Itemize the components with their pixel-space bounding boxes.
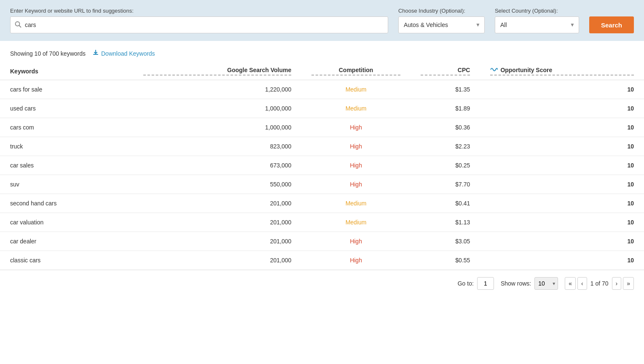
page-nav: « ‹ 1 of 70 › »	[565, 277, 634, 290]
cell-volume: 1,000,000	[133, 99, 301, 118]
cell-opportunity: 10	[480, 251, 644, 270]
search-bar: Enter Keyword or website URL to find sug…	[0, 0, 644, 41]
cell-keyword: car dealer	[0, 232, 133, 251]
table-row: second hand cars 201,000 Medium $0.41 10	[0, 194, 644, 213]
search-icon	[15, 21, 21, 29]
cell-cpc: $2.23	[411, 137, 480, 156]
table-row: truck 823,000 High $2.23 10	[0, 137, 644, 156]
cell-cpc: $0.25	[411, 156, 480, 175]
cell-volume: 1,000,000	[133, 118, 301, 137]
keywords-table: Keywords Google Search Volume Competitio…	[0, 62, 644, 270]
volume-dotted-line	[143, 75, 291, 75]
page-info: 1 of 70	[589, 280, 610, 287]
col-volume: Google Search Volume	[133, 62, 301, 80]
cell-opportunity: 10	[480, 175, 644, 194]
competition-dotted-line	[311, 75, 400, 75]
industry-select[interactable]: Autos & Vehicles All Industries Business…	[398, 16, 485, 33]
cell-competition: Medium	[301, 80, 411, 99]
cell-keyword: used cars	[0, 99, 133, 118]
prev-page-button[interactable]: ‹	[577, 277, 587, 290]
cell-keyword: car valuation	[0, 213, 133, 232]
rows-select-wrapper: 10 25 50 100 ▼	[534, 277, 558, 290]
cell-competition: Medium	[301, 213, 411, 232]
cell-competition: High	[301, 232, 411, 251]
cell-opportunity: 10	[480, 99, 644, 118]
first-page-button[interactable]: «	[565, 277, 576, 290]
industry-group: Choose Industry (Optional): Autos & Vehi…	[398, 8, 485, 33]
cell-cpc: $0.55	[411, 251, 480, 270]
col-keywords: Keywords	[0, 62, 133, 80]
cell-competition: High	[301, 137, 411, 156]
cell-competition: High	[301, 251, 411, 270]
cell-keyword: second hand cars	[0, 194, 133, 213]
table-row: car dealer 201,000 High $3.05 10	[0, 232, 644, 251]
cell-cpc: $1.35	[411, 80, 480, 99]
cell-volume: 550,000	[133, 175, 301, 194]
table-header-row: Keywords Google Search Volume Competitio…	[0, 62, 644, 80]
country-label: Select Country (Optional):	[495, 8, 579, 14]
wave-icon	[490, 67, 498, 73]
cell-cpc: $0.36	[411, 118, 480, 137]
cell-cpc: $7.70	[411, 175, 480, 194]
show-rows-label: Show rows:	[501, 280, 531, 287]
keyword-input[interactable]	[25, 22, 384, 28]
goto-label: Go to:	[458, 280, 474, 287]
cell-keyword: car sales	[0, 156, 133, 175]
download-label: Download Keywords	[101, 50, 155, 57]
table-row: classic cars 201,000 High $0.55 10	[0, 251, 644, 270]
cell-volume: 201,000	[133, 194, 301, 213]
col-cpc: CPC	[411, 62, 480, 80]
col-opportunity: Opportunity Score	[480, 62, 644, 80]
cell-cpc: $1.89	[411, 99, 480, 118]
table-row: used cars 1,000,000 Medium $1.89 10	[0, 99, 644, 118]
table-row: cars com 1,000,000 High $0.36 10	[0, 118, 644, 137]
cell-cpc: $3.05	[411, 232, 480, 251]
cell-opportunity: 10	[480, 118, 644, 137]
cell-volume: 673,000	[133, 156, 301, 175]
col-competition: Competition	[301, 62, 411, 80]
showing-text: Showing 10 of 700 keywords	[10, 50, 86, 57]
cell-competition: High	[301, 156, 411, 175]
cell-keyword: classic cars	[0, 251, 133, 270]
cell-competition: Medium	[301, 194, 411, 213]
table-row: suv 550,000 High $7.70 10	[0, 175, 644, 194]
cell-keyword: truck	[0, 137, 133, 156]
country-select-wrapper: All United States United Kingdom Canada …	[495, 16, 579, 33]
industry-select-wrapper: Autos & Vehicles All Industries Business…	[398, 16, 485, 33]
results-header: Showing 10 of 700 keywords Download Keyw…	[0, 41, 644, 62]
download-keywords-link[interactable]: Download Keywords	[92, 49, 155, 57]
cell-keyword: suv	[0, 175, 133, 194]
svg-line-1	[19, 25, 21, 27]
cell-cpc: $1.13	[411, 213, 480, 232]
goto-group: Go to:	[458, 277, 494, 290]
country-select[interactable]: All United States United Kingdom Canada …	[495, 16, 579, 33]
table-row: cars for sale 1,220,000 Medium $1.35 10	[0, 80, 644, 99]
opportunity-dotted-line	[490, 75, 634, 75]
keyword-input-wrapper	[10, 16, 388, 33]
pagination-bar: Go to: Show rows: 10 25 50 100 ▼ « ‹ 1 o…	[0, 270, 644, 297]
cell-opportunity: 10	[480, 194, 644, 213]
table-row: car valuation 201,000 Medium $1.13 10	[0, 213, 644, 232]
cell-keyword: cars for sale	[0, 80, 133, 99]
cell-volume: 201,000	[133, 232, 301, 251]
goto-input[interactable]	[477, 277, 494, 290]
cell-opportunity: 10	[480, 232, 644, 251]
cell-competition: High	[301, 118, 411, 137]
cell-volume: 201,000	[133, 251, 301, 270]
table-row: car sales 673,000 High $0.25 10	[0, 156, 644, 175]
next-page-button[interactable]: ›	[612, 277, 622, 290]
keyword-label: Enter Keyword or website URL to find sug…	[10, 8, 388, 14]
cpc-dotted-line	[421, 75, 470, 75]
cell-opportunity: 10	[480, 156, 644, 175]
cell-opportunity: 10	[480, 80, 644, 99]
search-button[interactable]: Search	[589, 16, 634, 33]
download-icon	[92, 49, 99, 57]
industry-label: Choose Industry (Optional):	[398, 8, 485, 14]
cell-opportunity: 10	[480, 213, 644, 232]
country-group: Select Country (Optional): All United St…	[495, 8, 579, 33]
cell-volume: 1,220,000	[133, 80, 301, 99]
rows-group: Show rows: 10 25 50 100 ▼	[501, 277, 558, 290]
last-page-button[interactable]: »	[623, 277, 634, 290]
cell-cpc: $0.41	[411, 194, 480, 213]
rows-select[interactable]: 10 25 50 100	[534, 277, 558, 290]
